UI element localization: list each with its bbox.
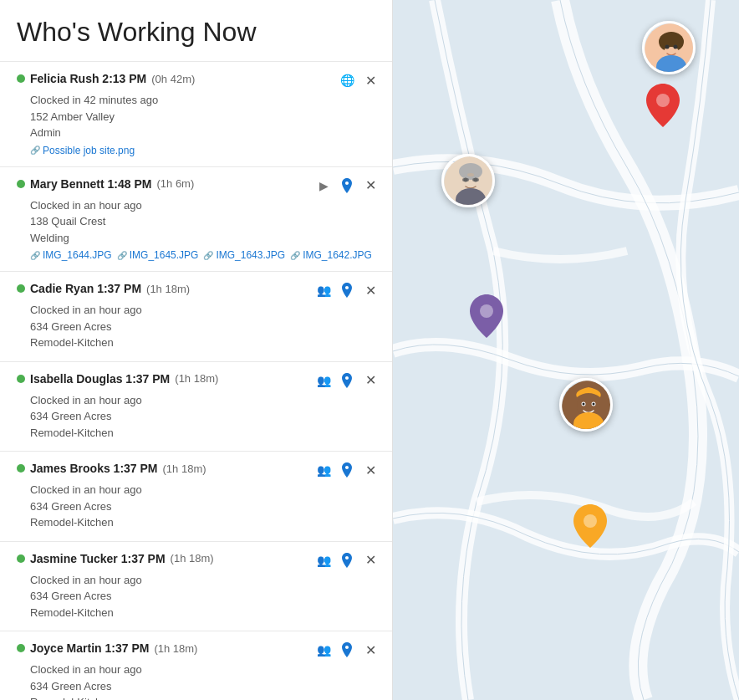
- location-felicia-rush: 152 Amber Valley: [30, 109, 379, 125]
- location-jasmine-tucker: 634 Green Acres: [30, 588, 379, 605]
- map-panel: [393, 0, 739, 700]
- worker-card-mary-bennett: Mary Bennett 1:48 PM (1h 6m)▶✕Clocked in…: [0, 166, 392, 272]
- clock-status-cadie-ryan: Clocked in an hour ago: [30, 302, 379, 319]
- location-isabella-douglas: 634 Green Acres: [30, 408, 379, 425]
- worker-card-joyce-martin: Joyce Martin 1:37 PM (1h 18m)👥✕Clocked i…: [0, 631, 392, 700]
- worker-card-cadie-ryan: Cadie Ryan 1:37 PM (1h 18m)👥✕Clocked in …: [0, 271, 392, 361]
- map-pin-pin-red: [646, 84, 680, 130]
- pin-button-joyce-martin[interactable]: [339, 641, 355, 658]
- close-button-felicia-rush[interactable]: ✕: [362, 72, 379, 89]
- close-button-cadie-ryan[interactable]: ✕: [362, 282, 379, 299]
- role-james-brooks: Remodel-Kitchen: [30, 514, 379, 531]
- worker-duration-cadie-ryan: (1h 18m): [146, 283, 190, 295]
- group-button-joyce-martin[interactable]: 👥: [315, 641, 332, 658]
- worker-name-james-brooks: James Brooks 1:37 PM: [30, 462, 158, 475]
- group-button-jasmine-tucker[interactable]: 👥: [315, 552, 332, 569]
- clock-status-jasmine-tucker: Clocked in an hour ago: [30, 572, 379, 589]
- pin-button-isabella-douglas[interactable]: [339, 372, 355, 389]
- svg-rect-14: [462, 178, 469, 181]
- role-felicia-rush: Admin: [30, 125, 379, 141]
- globe-button-felicia-rush[interactable]: 🌐: [339, 72, 355, 89]
- close-button-james-brooks[interactable]: ✕: [362, 462, 379, 478]
- worker-duration-felicia-rush: (0h 42m): [151, 73, 195, 85]
- clock-status-isabella-douglas: Clocked in an hour ago: [30, 392, 379, 409]
- status-dot-mary-bennett: [17, 180, 25, 188]
- role-joyce-martin: Remodel-Kitchen: [30, 694, 379, 700]
- svg-point-24: [592, 402, 594, 405]
- group-button-james-brooks[interactable]: 👥: [315, 462, 332, 478]
- worker-card-james-brooks: James Brooks 1:37 PM (1h 18m)👥✕Clocked i…: [0, 451, 392, 541]
- worker-duration-jasmine-tucker: (1h 18m): [171, 552, 214, 565]
- svg-point-6: [674, 45, 678, 49]
- clock-status-joyce-martin: Clocked in an hour ago: [30, 662, 379, 678]
- worker-card-felicia-rush: Felicia Rush 2:13 PM (0h 42m)🌐✕Clocked i…: [0, 61, 392, 166]
- pin-button-jasmine-tucker[interactable]: [339, 552, 355, 569]
- workers-list: Felicia Rush 2:13 PM (0h 42m)🌐✕Clocked i…: [0, 61, 392, 700]
- svg-point-17: [467, 173, 474, 176]
- svg-point-27: [480, 304, 493, 318]
- worker-name-felicia-rush: Felicia Rush 2:13 PM: [30, 72, 146, 85]
- role-mary-bennett: Welding: [30, 230, 379, 247]
- worker-duration-james-brooks: (1h 18m): [163, 462, 206, 475]
- map-pin-pin-purple: [470, 294, 503, 341]
- svg-point-5: [665, 45, 670, 49]
- map-pin-pin-yellow: [573, 504, 607, 551]
- close-button-joyce-martin[interactable]: ✕: [362, 641, 379, 658]
- map-avatar-avatar-gray-man: [441, 154, 495, 207]
- attachment-mary-bennett[interactable]: IMG_1643.JPG: [203, 249, 285, 261]
- play-button-mary-bennett[interactable]: ▶: [315, 177, 332, 194]
- clock-status-felicia-rush: Clocked in 42 minutes ago: [30, 92, 379, 109]
- role-isabella-douglas: Remodel-Kitchen: [30, 425, 379, 442]
- location-cadie-ryan: 634 Green Acres: [30, 319, 379, 335]
- location-mary-bennett: 138 Quail Crest: [30, 213, 379, 230]
- pin-button-cadie-ryan[interactable]: [339, 282, 355, 299]
- worker-name-isabella-douglas: Isabella Douglas 1:37 PM: [30, 372, 170, 386]
- svg-point-23: [582, 402, 584, 405]
- location-james-brooks: 634 Green Acres: [30, 498, 379, 515]
- role-cadie-ryan: Remodel-Kitchen: [30, 335, 379, 351]
- location-joyce-martin: 634 Green Acres: [30, 678, 379, 695]
- map-avatar-avatar-woman: [642, 21, 696, 74]
- pin-button-james-brooks[interactable]: [339, 462, 355, 478]
- close-button-jasmine-tucker[interactable]: ✕: [362, 552, 379, 569]
- close-button-mary-bennett[interactable]: ✕: [362, 177, 379, 194]
- svg-point-26: [656, 94, 670, 107]
- svg-point-10: [459, 163, 482, 180]
- worker-name-joyce-martin: Joyce Martin 1:37 PM: [30, 641, 149, 655]
- worker-duration-mary-bennett: (1h 6m): [156, 177, 194, 190]
- map-roads-svg: [393, 0, 739, 700]
- group-button-isabella-douglas[interactable]: 👥: [315, 372, 332, 389]
- status-dot-joyce-martin: [17, 644, 25, 652]
- close-button-isabella-douglas[interactable]: ✕: [362, 372, 379, 389]
- attachment-mary-bennett[interactable]: IMG_1642.JPG: [290, 249, 372, 261]
- worker-card-jasmine-tucker: Jasmine Tucker 1:37 PM (1h 18m)👥✕Clocked…: [0, 541, 392, 631]
- worker-duration-isabella-douglas: (1h 18m): [175, 372, 218, 385]
- page-title: Who's Working Now: [0, 17, 392, 61]
- worker-name-jasmine-tucker: Jasmine Tucker 1:37 PM: [30, 552, 166, 565]
- attachment-felicia-rush[interactable]: Possible job site.png: [30, 145, 135, 156]
- status-dot-cadie-ryan: [17, 284, 25, 293]
- clock-status-james-brooks: Clocked in an hour ago: [30, 482, 379, 498]
- status-dot-felicia-rush: [17, 74, 25, 83]
- attachment-mary-bennett[interactable]: IMG_1645.JPG: [117, 249, 199, 261]
- svg-point-28: [584, 514, 597, 528]
- worker-name-mary-bennett: Mary Bennett 1:48 PM: [30, 177, 151, 191]
- clock-status-mary-bennett: Clocked in an hour ago: [30, 197, 379, 214]
- left-panel: Who's Working Now Felicia Rush 2:13 PM (…: [0, 0, 393, 700]
- group-button-cadie-ryan[interactable]: 👥: [315, 282, 332, 299]
- worker-card-isabella-douglas: Isabella Douglas 1:37 PM (1h 18m)👥✕Clock…: [0, 361, 392, 452]
- map-background: [393, 0, 739, 700]
- pin-button-mary-bennett[interactable]: [339, 177, 355, 194]
- status-dot-james-brooks: [17, 464, 25, 473]
- status-dot-isabella-douglas: [17, 375, 25, 383]
- svg-rect-15: [472, 178, 479, 181]
- role-jasmine-tucker: Remodel-Kitchen: [30, 605, 379, 621]
- worker-name-cadie-ryan: Cadie Ryan 1:37 PM: [30, 282, 141, 295]
- map-avatar-avatar-yellow-man: [559, 378, 613, 432]
- status-dot-jasmine-tucker: [17, 554, 25, 563]
- attachment-mary-bennett[interactable]: IMG_1644.JPG: [30, 249, 112, 261]
- worker-duration-joyce-martin: (1h 18m): [154, 642, 197, 655]
